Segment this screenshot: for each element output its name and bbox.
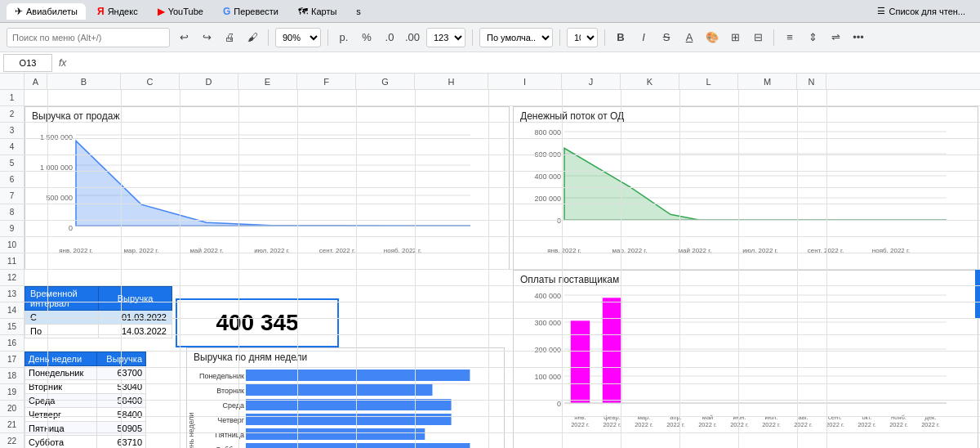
tab-youtube[interactable]: ▶ YouTube	[149, 3, 212, 20]
row-num-10: 10	[0, 237, 24, 253]
decimal00-btn[interactable]: .00	[403, 29, 421, 47]
col-header-N: N	[797, 74, 826, 89]
tab-aviabilety[interactable]: ✈ Авиабилеты	[7, 3, 86, 20]
grid-row-19[interactable]	[24, 384, 980, 401]
grid-content[interactable]: Выручка от продаж1 500 0001 000 000500 0…	[24, 90, 980, 448]
grid-row-3[interactable]	[24, 123, 980, 139]
tab-karty[interactable]: 🗺 Карты	[290, 3, 345, 20]
grid-row-7[interactable]	[24, 188, 980, 204]
col-line-8	[562, 90, 563, 448]
spreadsheet: ABCDEFGHIJKLMN 1234567891011121314151617…	[0, 74, 980, 448]
grid-row-18[interactable]	[24, 368, 980, 384]
grid-row-17[interactable]	[24, 352, 980, 368]
grid-row-15[interactable]	[24, 319, 980, 335]
merge-button[interactable]: ⊟	[749, 29, 767, 47]
redo-button[interactable]: ↪	[198, 29, 216, 47]
col-line-6	[415, 90, 416, 448]
col-header-B: B	[47, 74, 121, 89]
browser-tabs: ✈ Авиабилеты Я Яндекс ▶ YouTube G Переве…	[0, 0, 980, 23]
col-line-5	[356, 90, 357, 448]
grid-row-5[interactable]	[24, 155, 980, 172]
fill-color-button[interactable]: 🎨	[703, 29, 721, 47]
row-num-2: 2	[0, 106, 24, 123]
italic-button[interactable]: I	[635, 29, 653, 47]
col-header-E: E	[238, 74, 297, 89]
underline-button[interactable]: A	[680, 29, 698, 47]
tab-perevesti[interactable]: G Перевести	[215, 3, 287, 20]
grid-row-16[interactable]	[24, 335, 980, 352]
col-line-3	[238, 90, 239, 448]
formula-input[interactable]	[73, 54, 977, 72]
row-num-3: 3	[0, 123, 24, 139]
col-header-F: F	[297, 74, 356, 89]
col-line-7	[488, 90, 489, 448]
toolbar: ↩ ↪ 🖨 🖌 90% р. % .0 .00 123▾ По умолча..…	[0, 23, 980, 52]
tab-perevesti-label: Перевести	[234, 7, 278, 16]
row-num-7: 7	[0, 188, 24, 204]
formula-bar: O13 fx	[0, 52, 980, 74]
cell-reference[interactable]: O13	[3, 54, 52, 72]
percent-btn[interactable]: %	[358, 29, 376, 47]
row-num-11: 11	[0, 253, 24, 270]
print-button[interactable]: 🖨	[220, 29, 238, 47]
currency-btn[interactable]: р.	[335, 29, 353, 47]
strikethrough-button[interactable]: S	[657, 29, 675, 47]
col-line-0	[47, 90, 48, 448]
menu-search[interactable]	[7, 28, 170, 47]
row-num-header	[0, 74, 24, 89]
borders-button[interactable]: ⊞	[726, 29, 744, 47]
karty-icon: 🗺	[298, 6, 308, 17]
grid-row-8[interactable]	[24, 204, 980, 221]
row-num-19: 19	[0, 384, 24, 401]
row-num-21: 21	[0, 417, 24, 433]
tab-yandex-label: Яндекс	[108, 7, 138, 16]
align-left-button[interactable]: ≡	[781, 29, 799, 47]
tab-s[interactable]: s	[348, 4, 369, 19]
grid-row-13[interactable]	[24, 286, 980, 302]
grid-body: 1234567891011121314151617181920212223242…	[0, 90, 980, 448]
grid-row-21[interactable]	[24, 417, 980, 433]
undo-button[interactable]: ↩	[175, 29, 193, 47]
sep2	[327, 29, 328, 46]
bold-button[interactable]: B	[612, 29, 630, 47]
grid-row-11[interactable]	[24, 253, 980, 270]
tab-yandex[interactable]: Я Яндекс	[89, 3, 146, 20]
row-num-6: 6	[0, 172, 24, 188]
wrap-button[interactable]: ⇌	[826, 29, 844, 47]
col-header-C: C	[121, 74, 180, 89]
aviabilety-icon: ✈	[15, 6, 23, 17]
tab-aviabilety-label: Авиабилеты	[26, 7, 78, 16]
grid-row-10[interactable]	[24, 237, 980, 253]
align-middle-button[interactable]: ⇕	[804, 29, 822, 47]
sep3	[472, 29, 473, 46]
zoom-select[interactable]: 90%	[275, 28, 321, 47]
row-num-13: 13	[0, 286, 24, 302]
row-num-22: 22	[0, 433, 24, 448]
grid-row-1[interactable]	[24, 90, 980, 106]
format123-select[interactable]: 123▾	[426, 28, 466, 47]
paint-format-button[interactable]: 🖌	[243, 29, 261, 47]
grid-row-9[interactable]	[24, 221, 980, 237]
grid-row-14[interactable]	[24, 302, 980, 319]
font-name-select[interactable]: По умолча...	[479, 28, 553, 47]
grid-row-12[interactable]	[24, 270, 980, 286]
grid-row-2[interactable]	[24, 106, 980, 123]
col-header-L: L	[679, 74, 738, 89]
row-num-9: 9	[0, 221, 24, 237]
perevesti-icon: G	[223, 6, 230, 17]
grid-row-20[interactable]	[24, 401, 980, 417]
reading-list-btn[interactable]: ☰ Список для чтен...	[869, 3, 973, 19]
col-line-11	[738, 90, 739, 448]
row-num-12: 12	[0, 270, 24, 286]
col-line-13	[826, 90, 827, 448]
col-line-4	[297, 90, 298, 448]
more-button[interactable]: •••	[849, 29, 867, 47]
grid-row-22[interactable]	[24, 433, 980, 448]
decimal0-btn[interactable]: .0	[381, 29, 399, 47]
grid-row-4[interactable]	[24, 139, 980, 155]
col-header-A: A	[24, 74, 47, 89]
grid-row-6[interactable]	[24, 172, 980, 188]
col-header-K: K	[621, 74, 679, 89]
row-num-14: 14	[0, 302, 24, 319]
font-size-select[interactable]: 10	[567, 28, 598, 47]
